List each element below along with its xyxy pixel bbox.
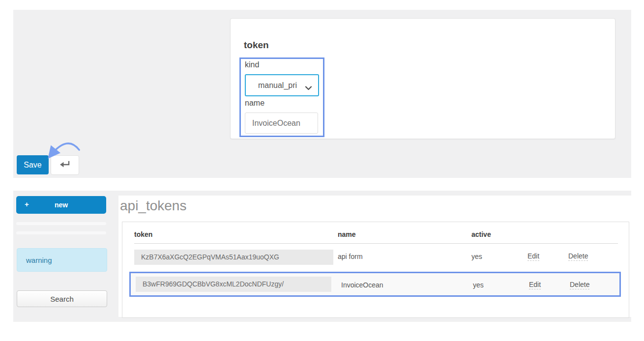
api-tokens-panel: + new warning Search api_tokens token na… bbox=[13, 191, 631, 322]
main-content: api_tokens token name active KzB7X6aXGcQ… bbox=[118, 196, 631, 317]
save-button[interactable]: Save bbox=[17, 155, 49, 174]
sidebar-divider bbox=[16, 222, 106, 225]
kind-select[interactable]: manual_pri bbox=[245, 74, 319, 96]
edit-token-panel: token kind manual_pri name Save bbox=[13, 10, 631, 178]
kind-select-value: manual_pri bbox=[258, 81, 297, 90]
new-button[interactable]: + new bbox=[16, 196, 106, 214]
sidebar-item-warning[interactable]: warning bbox=[17, 248, 107, 272]
warning-label: warning bbox=[26, 256, 52, 264]
delete-link[interactable]: Delete bbox=[568, 252, 588, 261]
edit-link[interactable]: Edit bbox=[527, 252, 539, 261]
token-value-badge: B3wFR969GDQCBbVG8xcML2DocNDFUzgy/ bbox=[136, 277, 331, 292]
edit-link[interactable]: Edit bbox=[529, 281, 541, 289]
page-title: api_tokens bbox=[120, 198, 186, 214]
delete-link[interactable]: Delete bbox=[570, 281, 589, 289]
name-cell: InvoiceOcean bbox=[341, 281, 383, 289]
column-header-name: name bbox=[338, 230, 356, 238]
undo-arrow-icon bbox=[59, 160, 71, 170]
form-title: token bbox=[244, 40, 269, 51]
header-divider bbox=[134, 243, 618, 244]
token-value-badge: KzB7X6aXGcQ2EGPqVMAs51Aax19uoQXG bbox=[134, 250, 333, 265]
search-button[interactable]: Search bbox=[17, 290, 107, 307]
table-row-highlighted: B3wFR969GDQCBbVG8xcML2DocNDFUzgy/ Invoic… bbox=[129, 272, 621, 297]
name-cell: api form bbox=[338, 253, 363, 260]
active-cell: yes bbox=[471, 253, 482, 260]
column-header-active: active bbox=[471, 230, 491, 238]
column-header-token: token bbox=[134, 230, 152, 238]
new-button-label: new bbox=[55, 201, 68, 209]
back-button[interactable] bbox=[51, 155, 79, 175]
name-label: name bbox=[245, 99, 264, 108]
token-form-card: token kind manual_pri name bbox=[230, 18, 615, 139]
sidebar-divider bbox=[16, 231, 106, 234]
api-tokens-table: token name active KzB7X6aXGcQ2EGPqVMAs51… bbox=[122, 222, 629, 318]
name-input[interactable] bbox=[245, 113, 318, 134]
plus-icon: + bbox=[25, 200, 29, 208]
active-cell: yes bbox=[473, 281, 484, 289]
chevron-down-icon bbox=[305, 84, 312, 92]
kind-label: kind bbox=[245, 60, 259, 69]
